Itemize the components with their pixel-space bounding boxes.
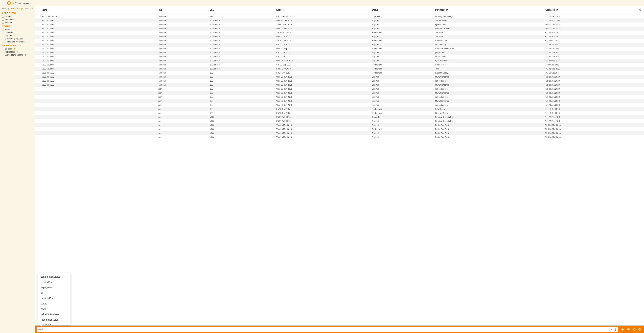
- table-row[interactable]: cherV200Thu 26 Mar 2015ExpiredBlake Cert…: [35, 131, 644, 135]
- filter-checkbox-waiting-for-shipping[interactable]: Waiting for Shipping: [2, 54, 33, 56]
- filter-checkbox-product[interactable]: Product: [2, 16, 33, 18]
- help-icon[interactable]: [608, 328, 612, 331]
- autocomplete-item[interactable]: status: [38, 301, 70, 306]
- cell: Fri 02 Jun 2017: [275, 34, 371, 38]
- column-header-type[interactable]: Type: [158, 6, 208, 14]
- table-row[interactable]: $100 VoucherVoucher100voucherSat 09 Sep …: [35, 63, 644, 67]
- table-row[interactable]: $100 VoucherVoucher100voucherFri 01 Dec …: [35, 67, 644, 71]
- column-header-expires[interactable]: Expires: [275, 6, 371, 14]
- cell: Expired: [371, 43, 434, 47]
- table-row[interactable]: cher125Fri 13 Oct 2017RedeemedBilly Smit…: [35, 107, 644, 111]
- cell: [35, 91, 158, 95]
- autocomplete-item[interactable]: code: [38, 306, 70, 312]
- table-row[interactable]: $100 VoucherVoucher100voucherSat 12 Dec …: [35, 38, 644, 43]
- table-row[interactable]: cher100Wed 23 Jun 2021Expiredjames banks…: [35, 95, 644, 99]
- filter-checkbox-active[interactable]: Active: [2, 28, 33, 31]
- table-row[interactable]: $100 VoucherVoucher100voucherSat 11 Apr …: [35, 30, 644, 34]
- cell: Mark T'Soni: [434, 55, 543, 59]
- cell: 125: [208, 111, 275, 115]
- table-row[interactable]: cher125Fri 13 Oct 2017RedeemedGeorge Smi…: [35, 111, 644, 115]
- column-header-status[interactable]: Status: [371, 6, 434, 14]
- table-scroll[interactable]: Name↑TypeSKUExpiresStatusPurchased byPur…: [35, 6, 644, 324]
- bookmark-icon[interactable]: [613, 328, 616, 331]
- menu-button[interactable]: [2, 1, 6, 5]
- cell: Tue 23 Jun 2020: [543, 91, 637, 95]
- filter-checkbox-cancelled[interactable]: Cancelled: [2, 32, 33, 34]
- table-row[interactable]: $125 for $100Voucher100Wed 23 Jun 2021Ex…: [35, 79, 644, 83]
- cell: Fri 13 Oct 2017: [275, 71, 371, 75]
- autocomplete-item[interactable]: expiryDate: [38, 285, 70, 290]
- autocomplete-item[interactable]: confirmationStatus: [38, 274, 70, 280]
- column-header-name[interactable]: Name↑: [35, 6, 158, 14]
- cell: Redeemed: [371, 127, 434, 131]
- filter-checkbox-redeemed-vouchers-[interactable]: Redeemed (Vouchers): [2, 40, 33, 43]
- filter-label: Shipped: [5, 48, 12, 50]
- table-row[interactable]: cherV200Fri 27 Feb 2015ExpiredDzmitry Ka…: [35, 119, 644, 123]
- autocomplete-item[interactable]: valueOnPurchase: [38, 312, 70, 317]
- popup-list[interactable]: confirmationStatuscreatedOnexpiryDateidm…: [38, 273, 70, 325]
- autocomplete-item[interactable]: redemptionValue: [38, 317, 70, 322]
- column-visibility[interactable]: [637, 6, 644, 14]
- table-row[interactable]: cher100Wed 23 Jun 2021Expiredjames banks…: [35, 87, 644, 91]
- cell: 100: [208, 83, 275, 87]
- table-row[interactable]: $100 VoucherVoucher100voucherWed 04 May …: [35, 59, 644, 63]
- tab-checklists[interactable]: Checklists: [24, 8, 33, 10]
- table-row[interactable]: cherV200Fri 27 Feb 2015CancelledDzmitry …: [35, 115, 644, 119]
- cell: $100 Voucher: [35, 18, 158, 22]
- view-toggle-icon[interactable]: [626, 328, 630, 331]
- cell: Redeemed: [371, 63, 434, 67]
- cell: Wed 12 Dec 2018: [275, 18, 371, 22]
- table-row[interactable]: cher100Wed 23 Jun 2021Expiredjames banks…: [35, 103, 644, 107]
- autocomplete-item[interactable]: createdOn: [38, 280, 70, 285]
- search-input[interactable]: [38, 328, 608, 331]
- column-header-sku[interactable]: SKU: [208, 6, 275, 14]
- table-row[interactable]: $125 for $100Voucher100Wed 23 Jun 2021Ex…: [35, 75, 644, 79]
- filter-label: Delivered (Products): [5, 38, 23, 40]
- table-row[interactable]: $100 Gift Voucher.Voucher112Fri 27 Feb 2…: [35, 14, 644, 19]
- table-row[interactable]: cher100Wed 23 Jun 2021ExpiredMyra Conach…: [35, 99, 644, 103]
- table-row[interactable]: $100 VoucherVoucher100voucherTue 03 Dec …: [35, 22, 644, 26]
- cell: Blake Cert Test: [434, 131, 543, 135]
- share-icon[interactable]: [632, 328, 636, 331]
- autocomplete-item[interactable]: noteRelations: [38, 322, 70, 325]
- gear-icon[interactable]: [638, 328, 641, 331]
- horizontal-scrollbar[interactable]: [35, 324, 644, 326]
- table-row[interactable]: $125 for $100Voucher100Fri 13 Oct 2017Re…: [35, 71, 644, 75]
- filter-checkbox-in-progress[interactable]: In progress: [2, 51, 33, 53]
- checkbox-icon: [2, 29, 4, 31]
- cell: Redeemed: [371, 38, 434, 43]
- tab-filters-tags[interactable]: Filters & Tags: [11, 8, 23, 10]
- add-icon[interactable]: [621, 328, 624, 331]
- table-row[interactable]: cherV200Thu 26 Mar 2015ExpiredBlake Cert…: [35, 123, 644, 127]
- filter-checkbox-expired[interactable]: Expired: [2, 34, 33, 37]
- table-row[interactable]: cherV200Thu 26 Mar 2015RedeemedBlake Cer…: [35, 127, 644, 131]
- filter-checkbox-voucher[interactable]: Voucher: [2, 22, 33, 24]
- table-row[interactable]: cher100Wed 23 Jun 2021ExpiredMyra Conach…: [35, 91, 644, 95]
- column-header-purchased-by[interactable]: Purchased by: [434, 6, 543, 14]
- table-row[interactable]: $100 VoucherVoucher100voucherFri 21 Jan …: [35, 55, 644, 59]
- table-row[interactable]: cherV200Thu 26 Mar 2015ExpiredBlake Cert…: [35, 135, 644, 139]
- visibility-icon[interactable]: [639, 8, 642, 11]
- cell: Voucher: [158, 75, 208, 79]
- autocomplete-item[interactable]: modifiedOn: [38, 296, 70, 301]
- table-row[interactable]: $100 VoucherVoucher100voucherWed 22 Sep …: [35, 47, 644, 51]
- filter-checkbox-delivered-products-[interactable]: Delivered (Products): [2, 38, 33, 40]
- column-header-purchased-on[interactable]: Purchased on: [543, 6, 637, 14]
- cell: 100: [208, 91, 275, 95]
- filter-checkbox-membership[interactable]: Membership: [2, 18, 33, 21]
- search-box[interactable]: [36, 327, 618, 332]
- cell: Thu 13 Oct 2016: [543, 107, 637, 111]
- cell: Wed 22 Sep 2021: [275, 47, 371, 51]
- table-row[interactable]: $100 VoucherVoucher100voucherFri 21 Jan …: [35, 51, 644, 55]
- table-row[interactable]: $100 VoucherVoucher100voucherWed 12 Dec …: [35, 18, 644, 22]
- table-row[interactable]: $100 VoucherVoucher100voucherFri 02 Jun …: [35, 34, 644, 38]
- autocomplete-item[interactable]: id: [38, 290, 70, 296]
- cell: Expired: [371, 34, 434, 38]
- table-row[interactable]: $125 for $100Voucher100Wed 23 Jun 2021Ex…: [35, 83, 644, 87]
- table-row[interactable]: $100 VoucherVoucher100voucherFri 23 Jul …: [35, 43, 644, 47]
- filter-label: Redeemed (Vouchers): [5, 40, 25, 43]
- table-row[interactable]: $100 VoucherVoucher100voucherWed 07 Nov …: [35, 26, 644, 30]
- cell: [35, 95, 158, 99]
- filter-checkbox-shipped[interactable]: Shipped: [2, 48, 33, 50]
- cell: V200: [208, 123, 275, 127]
